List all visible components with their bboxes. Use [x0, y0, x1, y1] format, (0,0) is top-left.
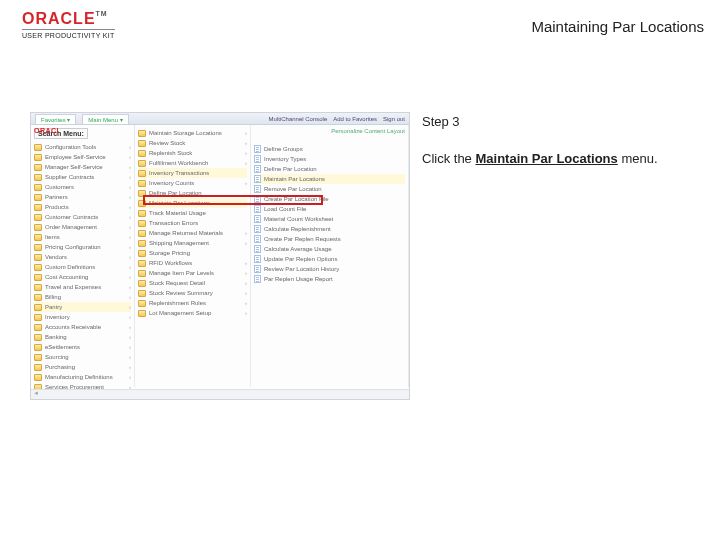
menu-item-label: Manage Item Par Levels — [149, 270, 214, 276]
menu-item[interactable]: Configuration Tools — [34, 142, 131, 152]
menu-item[interactable]: Replenish Stock — [138, 148, 247, 158]
menu-item[interactable]: Vendors — [34, 252, 131, 262]
folder-icon — [138, 250, 146, 257]
menu-item-label: Products — [45, 204, 69, 210]
menu-item[interactable]: Lot Management Setup — [138, 308, 247, 318]
instr-after: menu. — [618, 151, 658, 166]
menu-item[interactable]: Update Par Replen Options — [254, 254, 405, 264]
toolbar-signout[interactable]: Sign out — [383, 116, 405, 122]
menu-item[interactable]: Supplier Contracts — [34, 172, 131, 182]
menu-item-label: Transaction Errors — [149, 220, 198, 226]
menu-item[interactable]: Track Material Usage — [138, 208, 247, 218]
menu-item[interactable]: Accounts Receivable — [34, 322, 131, 332]
menu-item[interactable]: Pricing Configuration — [34, 242, 131, 252]
menu-item[interactable]: Maintain Par Locations — [138, 198, 247, 208]
menu-item[interactable]: Manage Returned Materials — [138, 228, 247, 238]
document-icon — [254, 205, 261, 213]
menu-item[interactable]: Define Groups — [254, 144, 405, 154]
menu-item[interactable]: Replenishment Rules — [138, 298, 247, 308]
toolbar-main-menu[interactable]: Main Menu ▾ — [82, 114, 128, 124]
folder-icon — [34, 214, 42, 221]
folder-icon — [34, 324, 42, 331]
toolbar-favorites[interactable]: Favorites ▾ — [35, 114, 76, 124]
menu-item-label: Remove Par Location — [264, 186, 322, 192]
menu-item-label: Manager Self-Service — [45, 164, 103, 170]
menu-item[interactable]: Manage Item Par Levels — [138, 268, 247, 278]
menu-item[interactable]: Maintain Par Locations — [254, 174, 405, 184]
menu-item-label: Replenishment Rules — [149, 300, 206, 306]
menu-item[interactable]: Create Par Replen Requests — [254, 234, 405, 244]
menu-item[interactable]: Stock Request Detail — [138, 278, 247, 288]
folder-icon — [138, 190, 146, 197]
menu-col-1: Search Menu: Configuration ToolsEmployee… — [31, 125, 135, 387]
toolbar-console[interactable]: MultiChannel Console — [269, 116, 328, 122]
menu-item[interactable]: Employee Self-Service — [34, 152, 131, 162]
menu-item[interactable]: Par Replen Usage Report — [254, 274, 405, 284]
menu-item[interactable]: Products — [34, 202, 131, 212]
menu-item[interactable]: Material Count Worksheet — [254, 214, 405, 224]
menu-item[interactable]: Shipping Management — [138, 238, 247, 248]
brand-block: ORACLETM USER PRODUCTIVITY KIT — [22, 10, 115, 39]
menu-item[interactable]: Remove Par Location — [254, 184, 405, 194]
menu-item-label: Review Par Location History — [264, 266, 339, 272]
menu-item-label: Stock Request Detail — [149, 280, 205, 286]
menu-item[interactable]: Inventory Counts — [138, 178, 247, 188]
menu-item[interactable]: Load Count File — [254, 204, 405, 214]
folder-icon — [34, 204, 42, 211]
personalize-link[interactable]: Personalize Content Layout — [254, 128, 405, 134]
menu-item[interactable]: Travel and Expenses — [34, 282, 131, 292]
menu-item[interactable]: Calculate Replenishment — [254, 224, 405, 234]
toolbar-add-fav[interactable]: Add to Favorites — [333, 116, 377, 122]
menu-col-2: Maintain Storage LocationsReview StockRe… — [135, 125, 251, 387]
menu-item[interactable]: Billing — [34, 292, 131, 302]
document-icon — [254, 145, 261, 153]
brand-text: ORACLE — [22, 10, 96, 27]
menu-item[interactable]: Inventory Transactions — [138, 168, 247, 178]
menu-item[interactable]: Calculate Average Usage — [254, 244, 405, 254]
menu-item[interactable]: Review Par Location History — [254, 264, 405, 274]
menu-item[interactable]: Purchasing — [34, 362, 131, 372]
menu-item[interactable]: Inventory Types — [254, 154, 405, 164]
menu-item[interactable]: Fulfillment Workbench — [138, 158, 247, 168]
menu-item[interactable]: Create Par Location File — [254, 194, 405, 204]
menu-item[interactable]: Manufacturing Definitions — [34, 372, 131, 382]
folder-icon — [138, 130, 146, 137]
menu-item-label: Shipping Management — [149, 240, 209, 246]
folder-icon — [138, 310, 146, 317]
menu-item[interactable]: Cost Accounting — [34, 272, 131, 282]
document-icon — [254, 215, 261, 223]
menu-item[interactable]: Custom Definitions — [34, 262, 131, 272]
menu-item[interactable]: Storage Pricing — [138, 248, 247, 258]
menu-item-label: Define Par Location — [149, 190, 202, 196]
app-scrollbar[interactable] — [31, 389, 409, 399]
folder-icon — [138, 230, 146, 237]
folder-icon — [138, 240, 146, 247]
menu-item[interactable]: Order Management — [34, 222, 131, 232]
menu-item[interactable]: Manager Self-Service — [34, 162, 131, 172]
menu-item[interactable]: Items — [34, 232, 131, 242]
menu-item[interactable]: Transaction Errors — [138, 218, 247, 228]
menu-item[interactable]: Review Stock — [138, 138, 247, 148]
menu-item[interactable]: Partners — [34, 192, 131, 202]
menu-item-label: Sourcing — [45, 354, 69, 360]
app-body: Search Menu: Configuration ToolsEmployee… — [31, 125, 409, 387]
menu-item[interactable]: Sourcing — [34, 352, 131, 362]
folder-icon — [138, 300, 146, 307]
menu-item[interactable]: eSettlements — [34, 342, 131, 352]
menu-item[interactable]: Inventory — [34, 312, 131, 322]
menu-item[interactable]: Customer Contracts — [34, 212, 131, 222]
menu-item[interactable]: Define Par Location — [138, 188, 247, 198]
menu-item-label: Review Stock — [149, 140, 185, 146]
menu-item[interactable]: Maintain Storage Locations — [138, 128, 247, 138]
menu-item-label: Inventory Counts — [149, 180, 194, 186]
menu-item[interactable]: Banking — [34, 332, 131, 342]
folder-icon — [138, 290, 146, 297]
menu-item-label: Partners — [45, 194, 68, 200]
menu-item[interactable]: Stock Review Summary — [138, 288, 247, 298]
menu-item[interactable]: RFID Workflows — [138, 258, 247, 268]
menu-item[interactable]: Pantry — [34, 302, 131, 312]
menu-item[interactable]: Define Par Location — [254, 164, 405, 174]
folder-icon — [34, 274, 42, 281]
menu-item-label: Accounts Receivable — [45, 324, 101, 330]
menu-item[interactable]: Customers — [34, 182, 131, 192]
